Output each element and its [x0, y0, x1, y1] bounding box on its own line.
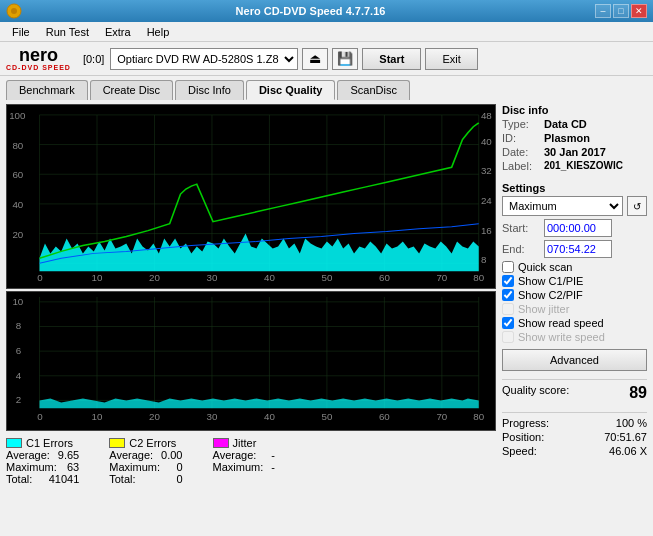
end-input[interactable] — [544, 240, 612, 258]
show-read-speed-label: Show read speed — [518, 317, 604, 329]
svg-text:8: 8 — [16, 322, 21, 332]
show-read-speed-checkbox[interactable] — [502, 317, 514, 329]
position-value: 70:51.67 — [604, 431, 647, 443]
disc-disc-label-label: Label: — [502, 160, 540, 172]
jitter-max-value: - — [271, 461, 275, 473]
show-c1pie-checkbox[interactable] — [502, 275, 514, 287]
quality-score-value: 89 — [629, 384, 647, 402]
drive-label: [0:0] — [83, 53, 104, 65]
speed-row: Maximum ↺ — [502, 196, 647, 216]
tab-disc-info[interactable]: Disc Info — [175, 80, 244, 100]
c2-color — [109, 438, 125, 448]
titlebar: Nero CD-DVD Speed 4.7.7.16 – □ ✕ — [0, 0, 653, 22]
jitter-color — [213, 438, 229, 448]
c1-avg-value: 9.65 — [58, 449, 79, 461]
tab-create-disc[interactable]: Create Disc — [90, 80, 173, 100]
show-c2pif-checkbox[interactable] — [502, 289, 514, 301]
svg-text:40: 40 — [12, 200, 23, 210]
c2-avg-label: Average: — [109, 449, 153, 461]
c2-total-label: Total: — [109, 473, 135, 485]
svg-text:6: 6 — [16, 346, 21, 356]
svg-text:40: 40 — [264, 413, 275, 423]
progress-row: Progress: 100 % — [502, 417, 647, 429]
svg-text:60: 60 — [379, 273, 390, 283]
svg-text:80: 80 — [473, 273, 484, 283]
end-row: End: — [502, 240, 647, 258]
show-write-speed-checkbox — [502, 331, 514, 343]
disc-disc-label-value: 201_KIESZOWIC — [544, 160, 623, 172]
svg-text:80: 80 — [12, 141, 23, 151]
app-icon — [6, 3, 22, 19]
tab-scandisc[interactable]: ScanDisc — [337, 80, 409, 100]
c1-max-value: 63 — [67, 461, 79, 473]
quick-scan-row: Quick scan — [502, 261, 647, 273]
disc-info-section: Disc info Type: Data CD ID: Plasmon Date… — [502, 104, 647, 174]
svg-text:10: 10 — [92, 413, 103, 423]
menu-file[interactable]: File — [4, 24, 38, 40]
disc-type-label: Type: — [502, 118, 540, 130]
progress-value: 100 % — [616, 417, 647, 429]
svg-text:20: 20 — [149, 413, 160, 423]
jitter-max-label: Maximum: — [213, 461, 264, 473]
speed-select[interactable]: Maximum — [502, 196, 623, 216]
svg-text:8: 8 — [481, 256, 486, 266]
refresh-button[interactable]: ↺ — [627, 196, 647, 216]
quick-scan-checkbox[interactable] — [502, 261, 514, 273]
show-jitter-row: Show jitter — [502, 303, 647, 315]
exit-button[interactable]: Exit — [425, 48, 477, 70]
show-write-speed-row: Show write speed — [502, 331, 647, 343]
svg-text:24: 24 — [481, 196, 492, 206]
save-button[interactable]: 💾 — [332, 48, 358, 70]
close-button[interactable]: ✕ — [631, 4, 647, 18]
lower-chart: 10 8 6 4 2 0 10 20 30 40 50 60 70 80 — [6, 291, 496, 431]
menu-help[interactable]: Help — [139, 24, 178, 40]
position-row: Position: 70:51.67 — [502, 431, 647, 443]
svg-text:40: 40 — [481, 137, 492, 147]
disc-type-row: Type: Data CD — [502, 118, 647, 130]
start-label: Start: — [502, 222, 540, 234]
start-row: Start: — [502, 219, 647, 237]
svg-text:50: 50 — [321, 273, 332, 283]
c1-label: C1 Errors — [26, 437, 73, 449]
c1-max-label: Maximum: — [6, 461, 57, 473]
svg-text:30: 30 — [207, 273, 218, 283]
svg-text:0: 0 — [37, 273, 42, 283]
c2-label: C2 Errors — [129, 437, 176, 449]
speed-row: Speed: 46.06 X — [502, 445, 647, 457]
minimize-button[interactable]: – — [595, 4, 611, 18]
start-input[interactable] — [544, 219, 612, 237]
svg-text:16: 16 — [481, 226, 492, 236]
progress-section: Progress: 100 % Position: 70:51.67 Speed… — [502, 412, 647, 459]
c2-total-value: 0 — [176, 473, 182, 485]
drive-select[interactable]: Optiarc DVD RW AD-5280S 1.Z8 — [110, 48, 298, 70]
svg-text:70: 70 — [436, 273, 447, 283]
show-c2pif-label: Show C2/PIF — [518, 289, 583, 301]
disc-id-label: ID: — [502, 132, 540, 144]
start-button[interactable]: Start — [362, 48, 421, 70]
quality-section: Quality score: 89 — [502, 379, 647, 404]
tab-benchmark[interactable]: Benchmark — [6, 80, 88, 100]
menu-extra[interactable]: Extra — [97, 24, 139, 40]
progress-label: Progress: — [502, 417, 549, 429]
end-label: End: — [502, 243, 540, 255]
maximize-button[interactable]: □ — [613, 4, 629, 18]
advanced-button[interactable]: Advanced — [502, 349, 647, 371]
tab-disc-quality[interactable]: Disc Quality — [246, 80, 336, 100]
svg-text:60: 60 — [379, 413, 390, 423]
menubar: File Run Test Extra Help — [0, 22, 653, 42]
speed-label: Speed: — [502, 445, 537, 457]
c2-avg-value: 0.00 — [161, 449, 182, 461]
svg-text:20: 20 — [149, 273, 160, 283]
window-title: Nero CD-DVD Speed 4.7.7.16 — [26, 5, 595, 17]
settings-title: Settings — [502, 182, 647, 194]
eject-button[interactable]: ⏏ — [302, 48, 328, 70]
svg-text:70: 70 — [436, 413, 447, 423]
svg-text:10: 10 — [92, 273, 103, 283]
svg-text:80: 80 — [473, 413, 484, 423]
jitter-label: Jitter — [233, 437, 257, 449]
toolbar: nero CD-DVD SPEED [0:0] Optiarc DVD RW A… — [0, 42, 653, 76]
menu-run-test[interactable]: Run Test — [38, 24, 97, 40]
chart-area: 100 80 60 40 20 48 40 32 24 16 8 0 10 20… — [6, 104, 496, 528]
show-jitter-checkbox — [502, 303, 514, 315]
svg-rect-39 — [7, 292, 495, 430]
